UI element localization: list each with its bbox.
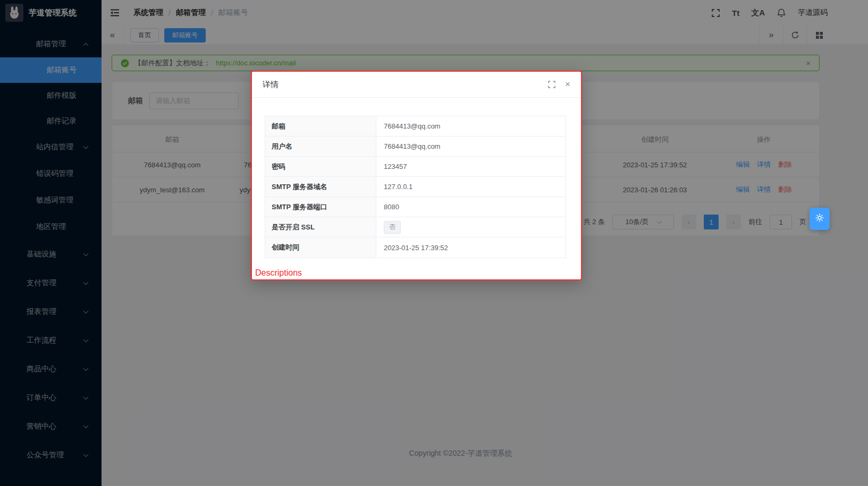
app-root: 芋道管理系统 邮箱管理 邮箱账号 邮件模版 邮件记录 站内信管理 错误码管理 — [0, 0, 868, 486]
dialog-body: 邮箱 7684413@qq.com 用户名 7684413@qq.com 密码 … — [252, 98, 581, 258]
ssl-status-tag: 否 — [384, 221, 401, 234]
dialog-header: 详情 × — [252, 72, 581, 98]
settings-gear-button[interactable] — [810, 208, 830, 230]
desc-row-smtp-domain: SMTP 服务器域名 127.0.0.1 — [265, 177, 566, 197]
desc-row-password: 密码 123457 — [265, 157, 566, 177]
gear-icon — [814, 212, 825, 225]
detail-dialog: 详情 × 邮箱 7684413@qq.com 用户名 7684413@qq.co… — [251, 71, 582, 280]
dialog-fullscreen-icon[interactable] — [548, 81, 555, 88]
dialog-title: 详情 — [263, 80, 279, 90]
desc-row-created: 创建时间 2023-01-25 17:39:52 — [265, 237, 566, 258]
desc-row-ssl: 是否开启 SSL 否 — [265, 217, 566, 237]
inspector-component-label: Descriptions — [255, 268, 302, 278]
desc-row-username: 用户名 7684413@qq.com — [265, 137, 566, 157]
desc-row-smtp-port: SMTP 服务器端口 8080 — [265, 197, 566, 217]
desc-row-mail: 邮箱 7684413@qq.com — [265, 116, 566, 137]
descriptions-table: 邮箱 7684413@qq.com 用户名 7684413@qq.com 密码 … — [265, 116, 566, 258]
dialog-header-actions: × — [548, 79, 570, 90]
dialog-close-icon[interactable]: × — [565, 79, 570, 90]
